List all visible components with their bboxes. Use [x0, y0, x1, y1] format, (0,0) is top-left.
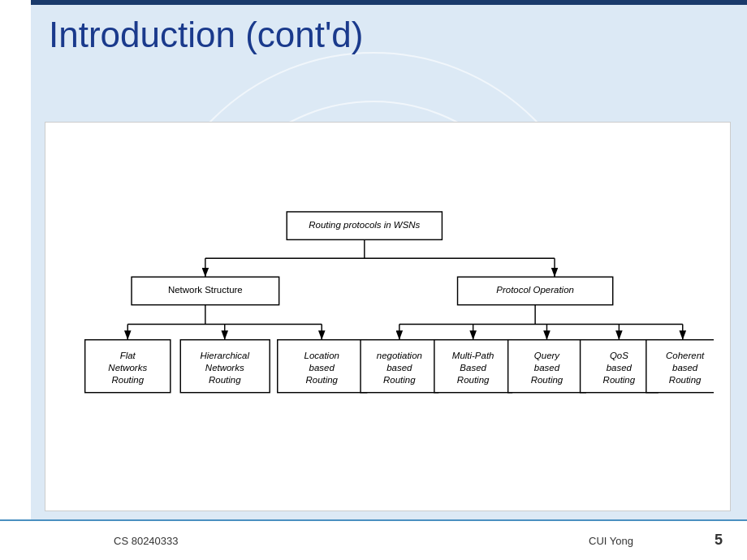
network-structure-label: Network Structure — [168, 285, 243, 295]
qos-line1: QoS — [610, 351, 628, 360]
flat-networks-line2: Networks — [108, 363, 147, 373]
location-line1: Location — [304, 351, 339, 360]
mp-line1: Multi-Path — [452, 351, 494, 360]
neg-line1: negotiation — [377, 351, 422, 360]
slide-title: Introduction (cont'd) — [49, 15, 731, 55]
query-line1: Query — [534, 351, 560, 360]
coh-line2: based — [672, 363, 698, 373]
location-line2: based — [309, 363, 335, 373]
footer-left: CS 80240333 — [114, 535, 179, 547]
footer-bar: CS 80240333 CUI Yong — [0, 519, 747, 560]
neg-line3: Routing — [383, 375, 416, 385]
qos-line3: Routing — [603, 375, 636, 385]
left-bar — [0, 0, 31, 560]
title-area: Introduction (cont'd) — [49, 15, 731, 55]
location-line3: Routing — [305, 375, 338, 385]
query-line3: Routing — [531, 375, 563, 385]
hier-networks-line3: Routing — [209, 375, 241, 385]
top-line — [31, 0, 747, 5]
mp-line3: Routing — [457, 375, 490, 385]
footer-center: CUI Yong — [589, 535, 633, 547]
coh-line3: Routing — [669, 375, 702, 385]
flat-networks-line3: Routing — [111, 375, 144, 385]
root-label: Routing protocols in WSNs — [309, 220, 420, 230]
coh-line1: Coherent — [666, 351, 705, 360]
mp-line2: Based — [460, 363, 486, 373]
diagram-svg: Routing protocols in WSNs Network Struct… — [62, 139, 714, 494]
hier-networks-line2: Networks — [205, 363, 244, 373]
slide-container: Introduction (cont'd) Routing protocols … — [0, 0, 747, 560]
qos-line2: based — [607, 363, 633, 373]
neg-line2: based — [386, 363, 412, 373]
protocol-operation-label: Protocol Operation — [496, 285, 574, 295]
hier-networks-line1: Hierarchical — [200, 351, 249, 360]
diagram-area: Routing protocols in WSNs Network Struct… — [45, 122, 731, 511]
flat-networks-line1: Flat — [120, 351, 136, 360]
query-line2: based — [534, 363, 560, 373]
footer-page: 5 — [715, 532, 723, 549]
